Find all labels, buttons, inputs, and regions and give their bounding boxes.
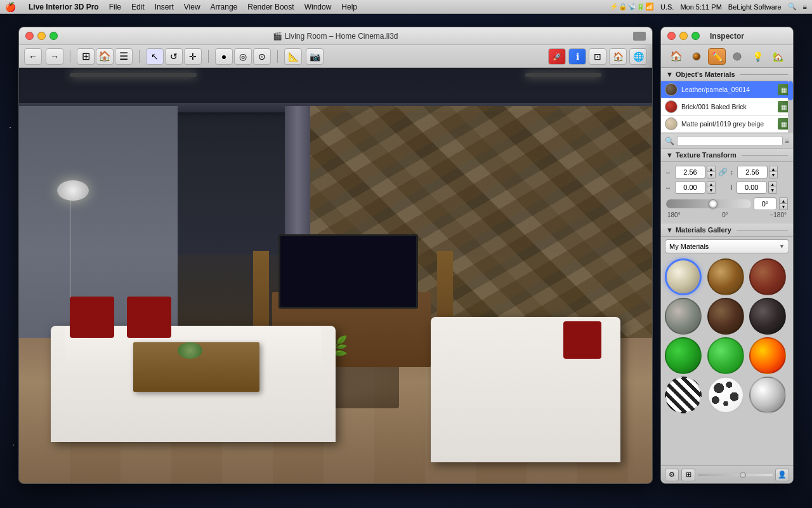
menu-view[interactable]: View xyxy=(184,3,200,11)
scale-x-down[interactable]: ▼ xyxy=(707,172,716,178)
list-options-icon[interactable]: ≡ xyxy=(785,137,789,145)
scale-x-input[interactable] xyxy=(675,166,705,178)
menu-insert[interactable]: Insert xyxy=(155,3,174,11)
list-view-button[interactable]: ☰ xyxy=(115,48,133,65)
camera-btn-1[interactable]: ● xyxy=(215,48,233,65)
rotation-label-center: 0° xyxy=(722,211,728,218)
offset-x-down[interactable]: ▼ xyxy=(707,187,716,194)
view-mode-3[interactable]: 🌐 xyxy=(629,48,647,65)
offset-x-input[interactable] xyxy=(675,181,705,194)
clock: Mon 5:11 PM xyxy=(680,3,721,11)
zoom-slider[interactable] xyxy=(698,474,773,476)
gallery-item-silver[interactable] xyxy=(749,377,786,413)
link-icon[interactable]: 🔗 xyxy=(718,168,728,177)
rotation-up[interactable]: ▲ xyxy=(779,197,788,204)
inspector-minimize[interactable] xyxy=(679,32,688,40)
move-tool[interactable]: ✛ xyxy=(184,48,202,65)
main-window: 🎬 Living Room – Home Cinema.li3d ← → ⊞ 🏠… xyxy=(18,27,653,484)
material-item-2[interactable]: Matte paint/1019 grey beige ▦ xyxy=(661,116,793,133)
offset-y-input[interactable] xyxy=(737,181,767,194)
inspector-close[interactable] xyxy=(667,32,676,40)
scene-viewport[interactable]: 🌿 xyxy=(19,68,652,483)
menu-arrange[interactable]: Arrange xyxy=(211,3,238,11)
grid-button[interactable]: ⊞ xyxy=(681,469,695,481)
gallery-dropdown[interactable]: My Materials ▼ xyxy=(665,239,789,253)
gallery-header: ▼ Materials Gallery xyxy=(661,224,793,237)
camera-btn-2[interactable]: ◎ xyxy=(234,48,252,65)
gallery-item-fire[interactable] xyxy=(749,337,786,374)
menu-help[interactable]: Help xyxy=(341,3,357,11)
menu-window[interactable]: Window xyxy=(304,3,332,11)
tab-materials[interactable]: ✏️ xyxy=(708,48,726,65)
window-resize[interactable] xyxy=(633,32,646,41)
gallery-item-dark-wood[interactable] xyxy=(707,298,744,335)
view-mode-1[interactable]: ⊡ xyxy=(589,48,606,65)
info-button[interactable]: ℹ xyxy=(568,48,586,65)
gallery-item-brick[interactable] xyxy=(749,258,786,295)
menu-render[interactable]: Render Boost xyxy=(247,3,294,11)
floor-lamp-shade xyxy=(57,180,89,201)
material-item-1[interactable]: Brick/001 Baked Brick ▦ xyxy=(661,98,793,116)
portrait-button[interactable]: 👤 xyxy=(775,469,789,481)
inspector-maximize[interactable] xyxy=(691,32,700,40)
menu-extras-icon[interactable]: ≡ xyxy=(803,3,807,11)
search-icon[interactable]: 🔍 xyxy=(788,3,797,11)
materials-scrollbar-thumb[interactable] xyxy=(788,81,793,100)
measure-tool[interactable]: 📐 xyxy=(284,48,302,65)
swatch-0 xyxy=(665,83,678,96)
gallery-item-ivory[interactable] xyxy=(665,258,702,295)
ceiling-light-1 xyxy=(70,73,197,77)
tab-sphere[interactable] xyxy=(688,48,705,65)
section-arrow[interactable]: ▼ xyxy=(666,70,673,78)
apple-menu[interactable]: 🍎 xyxy=(5,2,16,12)
camera-btn-3[interactable]: ⊙ xyxy=(253,48,271,65)
app-name[interactable]: Live Interior 3D Pro xyxy=(29,3,99,11)
texture-transform-header: ▼ Texture Transform xyxy=(661,149,793,162)
rotation-slider[interactable] xyxy=(666,199,751,208)
gallery-item-dalmatian[interactable] xyxy=(707,377,744,413)
render-button[interactable]: 🚀 xyxy=(548,48,566,65)
tab-home[interactable]: 🏠 xyxy=(667,48,685,65)
tab-texture[interactable] xyxy=(728,48,746,65)
select-tool[interactable]: ↖ xyxy=(146,48,164,65)
gallery-item-black[interactable] xyxy=(749,298,786,335)
tab-house[interactable]: 🏡 xyxy=(769,48,787,65)
menu-edit[interactable]: Edit xyxy=(131,3,145,11)
3d-view-button[interactable]: 🏠 xyxy=(96,48,114,65)
back-button[interactable]: ← xyxy=(24,48,42,65)
close-button[interactable] xyxy=(25,32,34,40)
transform-arrow[interactable]: ▼ xyxy=(666,151,673,159)
scale-y-input[interactable] xyxy=(737,166,768,178)
menu-file[interactable]: File xyxy=(109,3,121,11)
eyedropper-icon[interactable]: 🔍 xyxy=(665,137,674,145)
materials-scrollbar[interactable] xyxy=(788,81,793,133)
section-label: Object's Materials xyxy=(676,70,735,78)
gallery-item-green[interactable] xyxy=(665,337,702,374)
forward-button[interactable]: → xyxy=(46,48,63,65)
gallery-item-zebra[interactable] xyxy=(665,377,702,413)
rotation-down[interactable]: ▼ xyxy=(779,204,788,210)
scale-x-up[interactable]: ▲ xyxy=(707,166,716,172)
gallery-arrow[interactable]: ▼ xyxy=(666,226,673,234)
settings-button[interactable]: ⚙ xyxy=(665,469,679,481)
offset-y-down[interactable]: ▼ xyxy=(768,187,777,194)
view-mode-2[interactable]: 🏠 xyxy=(609,48,627,65)
gallery-item-concrete[interactable] xyxy=(665,298,702,335)
screenshot-tool[interactable]: 📷 xyxy=(306,48,324,65)
scale-y-down[interactable]: ▼ xyxy=(769,172,778,178)
rotate-tool[interactable]: ↺ xyxy=(165,48,183,65)
gallery-item-bright-green[interactable] xyxy=(707,337,744,374)
maximize-button[interactable] xyxy=(49,32,58,40)
offset-x-up[interactable]: ▲ xyxy=(707,181,716,187)
scale-y-up[interactable]: ▲ xyxy=(769,166,778,172)
search-input[interactable] xyxy=(677,136,783,146)
floor-plan-button[interactable]: ⊞ xyxy=(77,48,95,65)
rotation-thumb[interactable] xyxy=(709,199,717,208)
minimize-button[interactable] xyxy=(37,32,46,40)
rotation-input[interactable] xyxy=(754,197,776,210)
tab-light[interactable]: 💡 xyxy=(749,48,766,65)
zoom-thumb[interactable] xyxy=(740,472,746,478)
material-item-0[interactable]: Leather/pamela_09014 ▦ xyxy=(661,81,793,98)
offset-y-up[interactable]: ▲ xyxy=(768,181,777,187)
gallery-item-wood[interactable] xyxy=(707,258,744,295)
